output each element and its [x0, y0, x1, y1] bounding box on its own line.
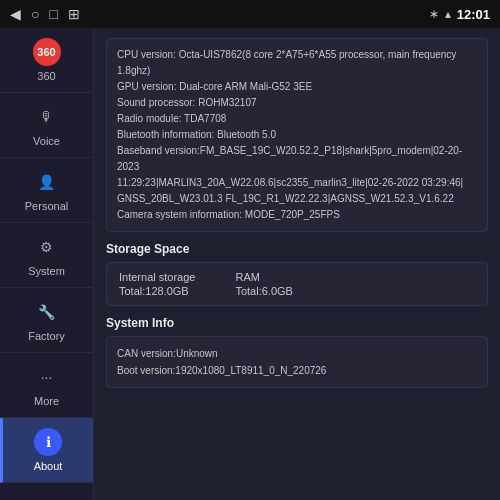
storage-item-internal: Internal storage Total:128.0GB [119, 271, 195, 297]
device-info-block: CPU version: Octa-UIS7862(8 core 2*A75+6… [106, 38, 488, 232]
status-bar-right: ∗ ▴ 12:01 [429, 7, 490, 22]
sidebar-item-about[interactable]: ℹ About [0, 418, 93, 483]
wifi-icon: ▴ [445, 7, 451, 21]
device-info-line-7: GNSS_20BL_W23.01.3 FL_19C_R1_W22.22.3|AG… [117, 191, 477, 207]
factory-icon: 🔧 [33, 298, 61, 326]
device-info-line-0: CPU version: Octa-UIS7862(8 core 2*A75+6… [117, 47, 477, 79]
storage-item-ram: RAM Total:6.0GB [235, 271, 292, 297]
device-info-line-5: Baseband version:FM_BASE_19C_W20.52.2_P1… [117, 143, 477, 175]
system-info-block: CAN version:Unknown Boot version:1920x10… [106, 336, 488, 388]
bluetooth-icon: ∗ [429, 7, 439, 21]
sidebar-label-voice: Voice [33, 135, 60, 147]
sidebar-item-360[interactable]: 360 360 [0, 28, 93, 93]
sidebar-label-more: More [34, 395, 59, 407]
device-info-line-8: Camera system information: MODE_720P_25F… [117, 207, 477, 223]
system-info-line-1: Boot version:1920x1080_LT8911_0_N_220726 [117, 362, 477, 379]
sidebar: 360 360 🎙 Voice 👤 Personal ⚙ System 🔧 Fa… [0, 28, 94, 500]
sidebar-item-more[interactable]: ··· More [0, 353, 93, 418]
sidebar-label-about: About [34, 460, 63, 472]
360-icon: 360 [33, 38, 61, 66]
status-bar-left: ◀ ○ □ ⊞ [10, 6, 80, 22]
storage-internal-value: Total:128.0GB [119, 285, 195, 297]
sidebar-item-voice[interactable]: 🎙 Voice [0, 93, 93, 158]
sidebar-label-360: 360 [37, 70, 55, 82]
clock: 12:01 [457, 7, 490, 22]
back-button[interactable]: ◀ [10, 6, 21, 22]
sidebar-label-system: System [28, 265, 65, 277]
device-info-line-6: 11:29:23|MARLIN3_20A_W22.08.6|sc2355_mar… [117, 175, 477, 191]
app-grid-button[interactable]: ⊞ [68, 6, 80, 22]
storage-internal-label: Internal storage [119, 271, 195, 283]
device-info-line-2: Sound processor: ROHM32107 [117, 95, 477, 111]
storage-ram-label: RAM [235, 271, 292, 283]
sidebar-item-factory[interactable]: 🔧 Factory [0, 288, 93, 353]
sidebar-item-personal[interactable]: 👤 Personal [0, 158, 93, 223]
device-info-line-3: Radio module: TDA7708 [117, 111, 477, 127]
storage-section-title: Storage Space [106, 242, 488, 256]
about-icon: ℹ [34, 428, 62, 456]
sidebar-label-factory: Factory [28, 330, 65, 342]
more-icon: ··· [33, 363, 61, 391]
system-info-section-title: System Info [106, 316, 488, 330]
device-info-line-4: Bluetooth information: Bluetooth 5.0 [117, 127, 477, 143]
status-bar: ◀ ○ □ ⊞ ∗ ▴ 12:01 [0, 0, 500, 28]
storage-ram-value: Total:6.0GB [235, 285, 292, 297]
system-icon: ⚙ [33, 233, 61, 261]
recents-button[interactable]: □ [49, 6, 57, 22]
main-layout: 360 360 🎙 Voice 👤 Personal ⚙ System 🔧 Fa… [0, 28, 500, 500]
personal-icon: 👤 [33, 168, 61, 196]
content-area[interactable]: CPU version: Octa-UIS7862(8 core 2*A75+6… [94, 28, 500, 500]
sidebar-item-system[interactable]: ⚙ System [0, 223, 93, 288]
voice-icon: 🎙 [33, 103, 61, 131]
device-info-line-1: GPU version: Dual-core ARM Mali-G52 3EE [117, 79, 477, 95]
home-button[interactable]: ○ [31, 6, 39, 22]
storage-block: Internal storage Total:128.0GB RAM Total… [106, 262, 488, 306]
sidebar-label-personal: Personal [25, 200, 68, 212]
system-info-line-0: CAN version:Unknown [117, 345, 477, 362]
